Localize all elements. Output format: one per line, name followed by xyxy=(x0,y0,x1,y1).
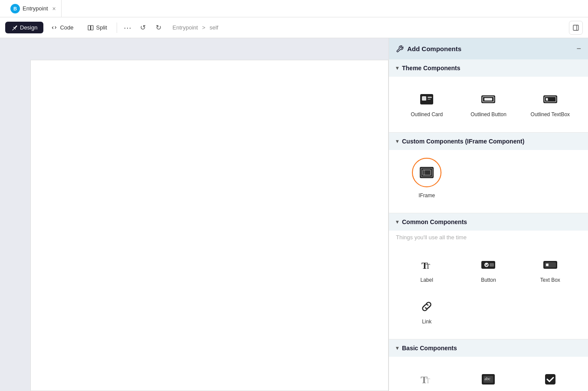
tab-bar: B Entrypoint × xyxy=(0,0,588,17)
outlined-button-item[interactable]: Outlined Button xyxy=(457,84,519,125)
toolbar-divider xyxy=(117,23,117,33)
code-button[interactable]: Code xyxy=(45,22,79,33)
split-button[interactable]: Split xyxy=(82,22,113,33)
theme-section-title: Theme Components xyxy=(402,65,461,72)
design-label: Design xyxy=(20,24,37,31)
checkbox-item[interactable]: Checkbox xyxy=(519,364,581,391)
theme-section-header[interactable]: ▾ Theme Components xyxy=(389,59,588,77)
checkbox-icon xyxy=(542,371,559,388)
basic-chevron-icon: ▾ xyxy=(396,345,399,351)
svg-rect-10 xyxy=(484,98,492,101)
panel-toggle-button[interactable] xyxy=(569,21,583,35)
breadcrumb-sep: > xyxy=(202,24,206,31)
add-components-collapse[interactable]: − xyxy=(576,44,581,53)
common-section-header-left: ▾ Common Components xyxy=(396,218,467,225)
common-components-grid: T T Label xyxy=(389,242,588,339)
svg-rect-2 xyxy=(573,25,578,30)
tab-avatar: B xyxy=(10,4,20,13)
text-area-icon: abc xyxy=(480,371,497,388)
svg-rect-7 xyxy=(428,99,431,100)
text-area-item[interactable]: abc Text Area xyxy=(457,364,519,391)
custom-section-header-left: ▾ Custom Components (IFrame Component) xyxy=(396,138,524,145)
toolbar-right xyxy=(569,21,583,35)
theme-section-header-left: ▾ Theme Components xyxy=(396,65,461,72)
text-box-icon xyxy=(542,256,559,274)
common-section-header[interactable]: ▾ Common Components xyxy=(389,213,588,231)
custom-chevron-icon: ▾ xyxy=(396,138,399,144)
link-item[interactable]: Link xyxy=(396,291,457,332)
svg-rect-5 xyxy=(422,96,426,101)
add-components-title: Add Components xyxy=(396,45,461,53)
design-icon xyxy=(11,25,17,31)
svg-rect-24 xyxy=(490,263,494,267)
undo-button[interactable]: ↺ xyxy=(136,21,150,35)
basic-components-section: ▾ Basic Components T T Rich Text xyxy=(389,339,588,391)
text-box-item[interactable]: Text Box xyxy=(519,249,581,291)
svg-rect-1 xyxy=(91,25,93,30)
svg-rect-0 xyxy=(88,25,90,30)
label-label: Label xyxy=(420,277,433,284)
outlined-card-label: Outlined Card xyxy=(411,111,443,118)
code-label: Code xyxy=(60,24,73,31)
outlined-card-icon xyxy=(418,91,435,108)
common-description: Things you'll use all the time xyxy=(389,231,588,242)
svg-text:T: T xyxy=(426,263,430,270)
wrench-icon xyxy=(396,45,404,53)
basic-section-title: Basic Components xyxy=(402,345,457,352)
canvas-area xyxy=(0,38,389,391)
text-box-label: Text Box xyxy=(540,277,560,284)
breadcrumb: Entrypoint > self xyxy=(173,24,219,31)
split-label: Split xyxy=(96,24,107,31)
outlined-card-item[interactable]: Outlined Card xyxy=(396,84,457,125)
button-item[interactable]: Button xyxy=(457,249,519,291)
svg-point-23 xyxy=(484,263,489,267)
panel-toggle-icon xyxy=(572,24,579,31)
common-components-section: ▾ Common Components Things you'll use al… xyxy=(389,213,588,339)
main-content: Add Components − ▾ Theme Components xyxy=(0,38,588,391)
redo-button[interactable]: ↻ xyxy=(152,21,166,35)
custom-components-grid: IFrame xyxy=(389,150,588,213)
breadcrumb-sub: self xyxy=(209,24,218,31)
outlined-textbox-label: Outlined TextBox xyxy=(531,111,570,118)
outlined-button-label: Outlined Button xyxy=(470,111,506,118)
iframe-label: IFrame xyxy=(418,192,435,199)
outlined-button-icon xyxy=(480,91,497,108)
toolbar: Design Code Split ⋯ ↺ ↻ Entrypoint > sel… xyxy=(0,17,588,38)
tab-title: Entrypoint xyxy=(23,5,48,12)
basic-section-header-left: ▾ Basic Components xyxy=(396,345,457,352)
design-button[interactable]: Design xyxy=(5,22,43,33)
theme-components-section: ▾ Theme Components Outlined Car xyxy=(389,59,588,133)
svg-rect-6 xyxy=(428,97,432,98)
split-icon xyxy=(88,25,94,31)
code-icon xyxy=(51,25,57,31)
label-item[interactable]: T T Label xyxy=(396,249,457,291)
label-icon: T T xyxy=(418,256,435,274)
tab-entrypoint[interactable]: B Entrypoint × xyxy=(5,0,62,17)
add-components-header: Add Components − xyxy=(389,38,588,59)
iframe-icon xyxy=(418,164,435,181)
theme-chevron-icon: ▾ xyxy=(396,65,399,71)
basic-components-grid: T T Rich Text abc Text xyxy=(389,357,588,391)
canvas-inner xyxy=(30,60,389,391)
breadcrumb-main: Entrypoint xyxy=(173,24,198,31)
iframe-item[interactable]: IFrame xyxy=(396,157,457,206)
link-label: Link xyxy=(422,319,431,326)
tab-close-button[interactable]: × xyxy=(52,5,56,12)
button-icon xyxy=(480,256,497,274)
custom-section-header[interactable]: ▾ Custom Components (IFrame Component) xyxy=(389,133,588,150)
more-button[interactable]: ⋯ xyxy=(121,21,134,35)
outlined-textbox-item[interactable]: Outlined TextBox xyxy=(519,84,581,125)
basic-section-header[interactable]: ▾ Basic Components xyxy=(389,339,588,357)
outlined-textbox-icon xyxy=(542,91,559,108)
svg-text:abc: abc xyxy=(484,376,490,381)
custom-components-section: ▾ Custom Components (IFrame Component) xyxy=(389,133,588,214)
common-section-title: Common Components xyxy=(402,218,467,225)
add-components-label: Add Components xyxy=(407,45,461,52)
button-label: Button xyxy=(481,277,496,284)
svg-text:T: T xyxy=(426,377,430,384)
right-panel: Add Components − ▾ Theme Components xyxy=(389,38,588,391)
common-chevron-icon: ▾ xyxy=(396,219,399,225)
link-icon xyxy=(418,298,435,315)
iframe-icon-wrapper xyxy=(418,164,435,181)
rich-text-item[interactable]: T T Rich Text xyxy=(396,364,457,391)
